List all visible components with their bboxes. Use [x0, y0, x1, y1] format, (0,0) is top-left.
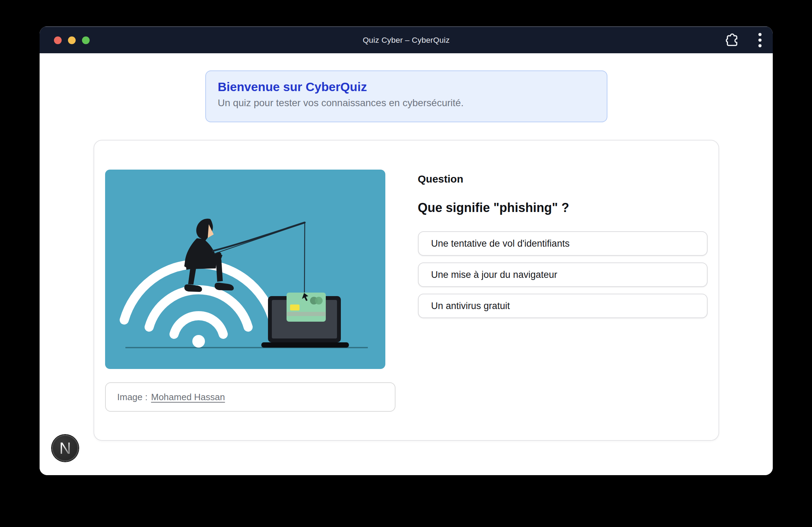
fullscreen-button[interactable]	[82, 36, 90, 44]
question-column: Question Que signifie "phishing" ? Une t…	[418, 173, 708, 440]
image-credit-label: Image :	[117, 392, 148, 403]
nextjs-logo-letter: N	[59, 440, 71, 456]
minimize-button[interactable]	[68, 36, 76, 44]
browser-window: Quiz Cyber – CyberQuiz Bienvenue sur Cyb…	[40, 26, 773, 475]
answer-option-2[interactable]: Une mise à jour du navigateur	[418, 262, 708, 287]
welcome-banner: Bienvenue sur CyberQuiz Un quiz pour tes…	[205, 70, 607, 122]
traffic-lights	[54, 27, 90, 53]
answer-option-1[interactable]: Une tentative de vol d'identifiants	[418, 231, 708, 256]
question-section-label: Question	[418, 173, 708, 185]
extensions-puzzle-icon[interactable]	[724, 33, 739, 48]
image-credit-link[interactable]: Mohamed Hassan	[151, 392, 225, 403]
question-text: Que signifie "phishing" ?	[418, 200, 708, 215]
image-column: Image : Mohamed Hassan	[105, 162, 395, 440]
window-title: Quiz Cyber – CyberQuiz	[363, 36, 449, 45]
wifi-dot	[192, 335, 205, 348]
titlebar-actions	[724, 27, 764, 53]
window-titlebar: Quiz Cyber – CyberQuiz	[40, 26, 773, 53]
illustration-background	[105, 170, 385, 369]
answer-options: Une tentative de vol d'identifiants Une …	[418, 231, 708, 318]
image-credit-box: Image : Mohamed Hassan	[105, 382, 395, 412]
page-content: Bienvenue sur CyberQuiz Un quiz pour tes…	[40, 53, 773, 475]
desktop-background: Quiz Cyber – CyberQuiz Bienvenue sur Cyb…	[0, 0, 812, 527]
banner-title: Bienvenue sur CyberQuiz	[218, 80, 595, 94]
quiz-card: Image : Mohamed Hassan Question Que sign…	[94, 140, 719, 441]
kebab-menu-icon[interactable]	[756, 31, 764, 49]
banner-subtitle: Un quiz pour tester vos connaissances en…	[218, 97, 595, 109]
phishing-illustration	[105, 170, 385, 369]
close-button[interactable]	[54, 36, 62, 44]
nextjs-dev-badge[interactable]: N	[52, 435, 78, 461]
credit-card	[287, 293, 326, 322]
answer-option-3[interactable]: Un antivirus gratuit	[418, 294, 708, 318]
